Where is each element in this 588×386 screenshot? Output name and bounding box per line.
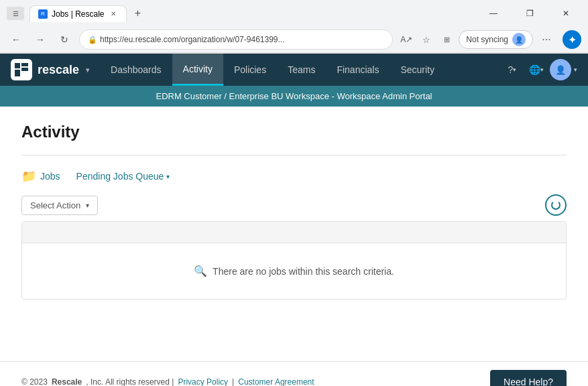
- sync-status-label: Not syncing: [466, 35, 508, 44]
- refresh-jobs-button[interactable]: [545, 194, 567, 216]
- globe-icon: 🌐: [529, 64, 540, 75]
- app-logo[interactable]: rescale ▾: [11, 59, 89, 80]
- close-window-button[interactable]: ✕: [550, 4, 581, 23]
- browser-chrome: ☰ R Jobs | Rescale ✕ + — ❐ ✕ ← → ↻ 🔒 htt…: [0, 0, 588, 54]
- search-icon: 🔍: [194, 265, 207, 277]
- minimize-button[interactable]: —: [478, 4, 509, 23]
- customer-agreement-link[interactable]: Customer Agreement: [238, 377, 314, 386]
- select-action-label: Select Action: [30, 200, 80, 210]
- active-tab[interactable]: R Jobs | Rescale ✕: [30, 5, 127, 22]
- tab-close-button[interactable]: ✕: [109, 9, 118, 19]
- tab-title: Jobs | Rescale: [52, 9, 105, 19]
- pending-queue-caret-icon: ▾: [166, 173, 170, 180]
- svg-rect-1: [21, 63, 28, 66]
- globe-button[interactable]: 🌐 ▾: [526, 59, 547, 80]
- footer-brand: Rescale: [52, 377, 82, 386]
- svg-rect-3: [15, 70, 20, 76]
- jobs-link[interactable]: 📁 Jobs: [21, 169, 60, 184]
- pending-queue-label: Pending Jobs Queue: [76, 171, 164, 182]
- footer-copyright: © 2023: [21, 377, 48, 386]
- address-icons: A↗ ☆ ⊞ Not syncing 👤 ··· ✦: [398, 30, 581, 49]
- jobs-section: 📁 Jobs Pending Jobs Queue ▾ Select Actio…: [21, 169, 567, 300]
- svg-rect-0: [15, 63, 20, 68]
- forward-button[interactable]: →: [31, 30, 50, 49]
- nav-item-policies[interactable]: Policies: [223, 54, 277, 86]
- app-navigation: rescale ▾ Dashboards Activity Policies T…: [0, 54, 588, 86]
- back-button[interactable]: ←: [7, 30, 25, 49]
- jobs-table: 🔍 There are no jobs within this search c…: [21, 221, 567, 300]
- help-icon: ?: [508, 64, 514, 75]
- divider: [21, 155, 567, 155]
- jobs-empty-message: 🔍 There are no jobs within this search c…: [22, 243, 566, 299]
- jobs-link-label: Jobs: [40, 171, 60, 182]
- help-button[interactable]: ? ▾: [502, 59, 523, 80]
- tab-groups-icon[interactable]: ⊞: [438, 31, 455, 48]
- jobs-table-header: [22, 222, 566, 243]
- tab-bar: R Jobs | Rescale ✕ +: [30, 5, 473, 22]
- nav-item-dashboards[interactable]: Dashboards: [100, 54, 172, 86]
- nav-item-financials[interactable]: Financials: [326, 54, 390, 86]
- select-action-button[interactable]: Select Action ▾: [21, 196, 98, 215]
- address-input[interactable]: 🔒 https://eu.rescale.com/organization/w/…: [79, 29, 393, 50]
- window-controls: ☰: [7, 7, 24, 20]
- logo-caret-icon: ▾: [86, 66, 89, 74]
- help-caret-icon: ▾: [513, 66, 516, 73]
- svg-rect-2: [21, 68, 28, 71]
- more-settings-button[interactable]: ···: [537, 30, 556, 49]
- sync-avatar: 👤: [512, 33, 526, 46]
- footer: © 2023 Rescale , Inc. All rights reserve…: [0, 361, 588, 386]
- select-action-caret-icon: ▾: [86, 202, 89, 209]
- footer-rights: , Inc. All rights reserved |: [86, 377, 174, 386]
- nav-item-teams[interactable]: Teams: [277, 54, 326, 86]
- nav-item-security[interactable]: Security: [390, 54, 445, 86]
- logo-text: rescale: [38, 63, 79, 77]
- main-content: Activity 📁 Jobs Pending Jobs Queue ▾ Sel…: [0, 107, 588, 361]
- restore-button[interactable]: ❐: [514, 4, 545, 23]
- jobs-toolbar: Select Action ▾: [21, 194, 567, 216]
- footer-separator: |: [232, 377, 234, 386]
- titlebar: ☰ R Jobs | Rescale ✕ + — ❐ ✕: [0, 0, 588, 27]
- address-text: https://eu.rescale.com/organization/w/07…: [100, 35, 285, 44]
- user-avatar-button[interactable]: 👤: [550, 59, 571, 80]
- main-navigation: Dashboards Activity Policies Teams Finan…: [100, 54, 502, 86]
- page-title: Activity: [21, 123, 567, 141]
- add-to-favorites-icon[interactable]: ☆: [418, 31, 434, 48]
- empty-message-text: There are no jobs within this search cri…: [213, 266, 394, 277]
- globe-caret-icon: ▾: [540, 66, 544, 73]
- pending-jobs-queue-button[interactable]: Pending Jobs Queue ▾: [76, 171, 170, 182]
- tab-favicon: R: [38, 9, 48, 19]
- sidebar-toggle[interactable]: ☰: [7, 7, 24, 20]
- address-bar: ← → ↻ 🔒 https://eu.rescale.com/organizat…: [0, 27, 588, 53]
- refresh-button[interactable]: ↻: [55, 30, 74, 49]
- logo-icon: [11, 59, 32, 80]
- privacy-policy-link[interactable]: Privacy Policy: [178, 377, 228, 386]
- need-help-button[interactable]: Need Help?: [490, 370, 567, 386]
- footer-links: © 2023 Rescale , Inc. All rights reserve…: [21, 377, 314, 386]
- new-tab-button[interactable]: +: [129, 5, 147, 22]
- folder-icon: 📁: [21, 169, 36, 184]
- os-window-controls: — ❐ ✕: [478, 4, 581, 23]
- breadcrumb-banner: EDRM Customer / Enterprise BU Workspace …: [0, 86, 588, 107]
- sync-status-button[interactable]: Not syncing 👤: [459, 30, 533, 49]
- avatar-caret-icon[interactable]: ▾: [574, 66, 577, 73]
- breadcrumb-text: EDRM Customer / Enterprise BU Workspace …: [156, 91, 432, 101]
- nav-item-activity[interactable]: Activity: [172, 54, 223, 86]
- edge-copilot-button[interactable]: ✦: [563, 30, 581, 49]
- read-aloud-icon[interactable]: A↗: [398, 31, 414, 48]
- nav-right-controls: ? ▾ 🌐 ▾ 👤 ▾: [502, 59, 577, 80]
- refresh-icon: [551, 200, 561, 210]
- jobs-header: 📁 Jobs Pending Jobs Queue ▾: [21, 169, 567, 184]
